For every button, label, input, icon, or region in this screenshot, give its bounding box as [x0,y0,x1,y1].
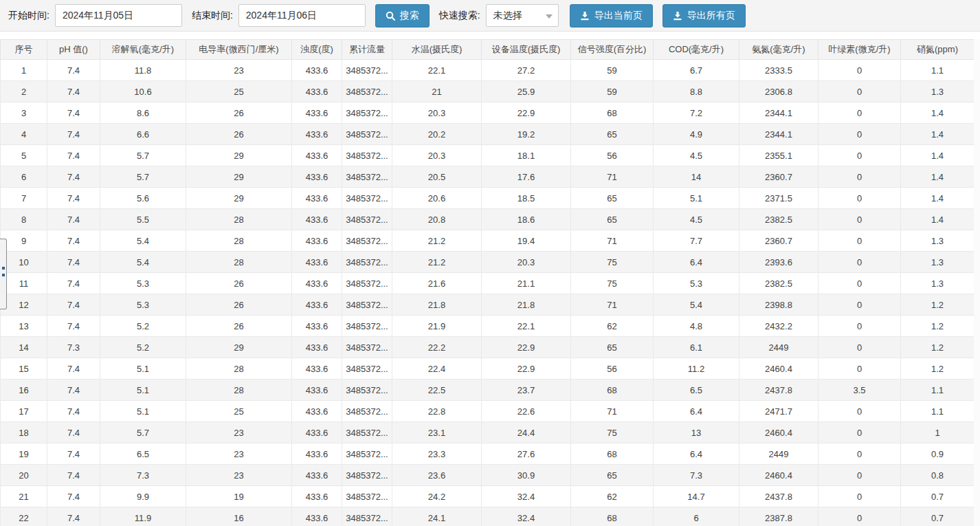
column-header: 电导率(微西门/厘米) [186,40,292,60]
table-cell: 75 [571,252,654,273]
column-header: COD(毫克/升) [654,40,739,60]
table-body: 17.411.823433.63485372...22.127.2596.723… [1,60,975,526]
table-cell: 433.6 [292,124,342,145]
table-cell: 7.4 [47,124,100,145]
export-current-page-button[interactable]: 导出当前页 [570,4,653,28]
table-cell: 23 [186,422,292,443]
table-cell: 5.3 [100,294,186,316]
table-cell: 22 [1,507,47,526]
table-cell: 7.4 [47,443,100,465]
table-cell: 2382.5 [739,273,818,294]
table-cell: 3485372... [342,358,392,380]
download-icon [580,11,590,21]
table-cell: 1.4 [901,209,975,230]
table-cell: 7.4 [47,188,100,209]
table-cell: 1 [1,60,47,81]
table-cell: 65 [571,465,654,486]
vertical-scrollbar[interactable] [974,39,980,526]
table-cell: 0 [818,252,901,273]
table-cell: 5.2 [100,337,186,358]
table-cell: 7.4 [47,486,100,507]
table-cell: 71 [571,230,654,252]
table-row: 67.45.729433.63485372...20.517.671142360… [1,166,975,188]
start-time-input[interactable] [55,4,182,27]
table-cell: 433.6 [292,465,342,486]
table-cell: 32.4 [482,486,571,507]
table-cell: 7.4 [47,358,100,380]
table-cell: 22.8 [392,401,482,422]
table-cell: 17 [1,401,47,422]
table-cell: 11.8 [100,60,186,81]
table-cell: 28 [186,252,292,273]
table-cell: 29 [186,188,292,209]
table-row: 77.45.629433.63485372...20.618.5655.1237… [1,188,975,209]
table-cell: 433.6 [292,252,342,273]
table-cell: 23.3 [392,443,482,465]
table-cell: 3 [1,102,47,124]
table-cell: 3485372... [342,81,392,102]
table-cell: 2471.7 [739,401,818,422]
quick-search-select[interactable]: 未选择 [486,4,559,27]
table-cell: 14 [1,337,47,358]
table-cell: 2432.2 [739,316,818,337]
table-cell: 25 [186,401,292,422]
search-button[interactable]: 搜索 [375,4,430,28]
table-cell: 4.8 [654,316,739,337]
table-cell: 5.1 [100,401,186,422]
column-header: 硝氮(ppm) [901,40,975,60]
column-header: 氨氮(毫克/升) [739,40,818,60]
table-cell: 433.6 [292,337,342,358]
table-cell: 0 [818,81,901,102]
table-row: 87.45.528433.63485372...20.818.6654.5238… [1,209,975,230]
table-cell: 8.8 [654,81,739,102]
table-cell: 0.7 [901,486,975,507]
table-cell: 68 [571,380,654,401]
table-cell: 71 [571,401,654,422]
table-row: 227.411.916433.63485372...24.132.4686238… [1,507,975,526]
side-panel-handle[interactable] [0,239,7,309]
table-cell: 5.6 [100,188,186,209]
table-cell: 22.1 [482,316,571,337]
table-cell: 7.4 [47,209,100,230]
table-cell: 2449 [739,443,818,465]
export-all-pages-button[interactable]: 导出所有页 [662,4,746,28]
data-table: 序号pH 值()溶解氧(毫克/升)电导率(微西门/厘米)浊度(度)累计流量水温(… [0,39,975,526]
table-cell: 56 [571,145,654,166]
table-cell: 2344.1 [739,102,818,124]
table-row: 157.45.128433.63485372...22.422.95611.22… [1,358,975,380]
table-cell: 75 [571,273,654,294]
table-cell: 23 [186,60,292,81]
table-cell: 7.4 [47,507,100,526]
table-cell: 4.9 [654,124,739,145]
table-cell: 28 [186,380,292,401]
table-cell: 21 [1,486,47,507]
table-cell: 22.9 [482,337,571,358]
table-cell: 18 [1,422,47,443]
end-time-input[interactable] [238,4,366,27]
table-cell: 3485372... [342,60,392,81]
table-cell: 3485372... [342,422,392,443]
table-cell: 433.6 [292,60,342,81]
table-cell: 1.4 [901,166,975,188]
table-cell: 62 [571,486,654,507]
table-cell: 23.7 [482,380,571,401]
table-cell: 1.2 [901,358,975,380]
table-cell: 433.6 [292,188,342,209]
column-header: 水温(摄氏度) [392,40,482,60]
table-cell: 27.2 [482,60,571,81]
table-cell: 7.4 [47,60,100,81]
table-row: 187.45.723433.63485372...23.124.47513246… [1,422,975,443]
table-cell: 26 [186,316,292,337]
table-cell: 24.4 [482,422,571,443]
table-cell: 68 [571,507,654,526]
table-cell: 7.4 [47,422,100,443]
table-cell: 5.7 [100,422,186,443]
table-cell: 433.6 [292,401,342,422]
table-cell: 20.2 [392,124,482,145]
table-cell: 3485372... [342,294,392,316]
table-cell: 23.6 [392,465,482,486]
header-row: 序号pH 值()溶解氧(毫克/升)电导率(微西门/厘米)浊度(度)累计流量水温(… [1,40,975,60]
table-cell: 5.1 [654,188,739,209]
table-cell: 0 [818,209,901,230]
table-cell: 7.7 [654,230,739,252]
